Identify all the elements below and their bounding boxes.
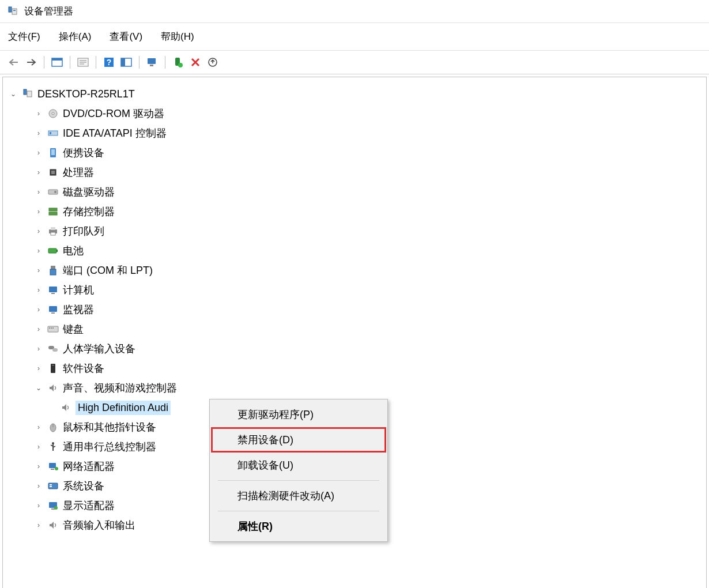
node-label: 音频输入和输出 [63, 518, 135, 532]
svg-rect-36 [56, 250, 58, 252]
expand-caret[interactable]: ⌄ [9, 90, 18, 98]
node-label: 通用串行总线控制器 [63, 440, 156, 454]
help-button[interactable]: ? [101, 54, 117, 70]
back-button[interactable] [6, 54, 22, 70]
svg-rect-30 [49, 208, 57, 211]
node-label: 电池 [63, 244, 84, 258]
tree-node-hid[interactable]: › 人体学输入设备 [34, 339, 700, 359]
expand-caret[interactable]: › [34, 188, 43, 196]
svg-rect-37 [51, 266, 55, 269]
tree-node-monitor[interactable]: › 监视器 [34, 300, 700, 319]
expand-caret[interactable]: › [34, 345, 43, 353]
monitor-icon [47, 303, 59, 316]
menubar: 文件(F) 操作(A) 查看(V) 帮助(H) [0, 23, 709, 51]
svg-rect-4 [52, 58, 62, 61]
audio-icon [47, 519, 59, 532]
menu-action[interactable]: 操作(A) [58, 28, 93, 46]
tree-node-computer[interactable]: › 计算机 [34, 280, 700, 300]
expand-caret[interactable]: › [34, 364, 43, 372]
tree-node-ports[interactable]: › 端口 (COM 和 LPT) [34, 261, 700, 280]
expand-caret[interactable]: › [34, 149, 43, 157]
expand-caret[interactable]: › [34, 502, 43, 510]
enable-button[interactable] [170, 54, 186, 70]
expand-caret[interactable]: › [34, 306, 43, 314]
expand-caret[interactable]: › [34, 462, 43, 470]
tree-node-storage[interactable]: › 存储控制器 [34, 202, 700, 221]
toolbar-separator [165, 56, 165, 69]
expand-caret[interactable]: › [34, 168, 43, 176]
svg-rect-23 [50, 132, 51, 134]
expand-caret[interactable]: › [34, 110, 43, 118]
svg-rect-60 [50, 486, 52, 487]
network-icon [47, 460, 59, 473]
expand-caret[interactable]: ⌄ [34, 384, 43, 392]
tree-node-software[interactable]: › 软件设备 [34, 359, 700, 378]
svg-rect-40 [51, 293, 55, 294]
tree-node-ide[interactable]: › IDE ATA/ATAPI 控制器 [34, 123, 700, 143]
node-label: 磁盘驱动器 [63, 185, 115, 199]
ctx-properties[interactable]: 属性(R) [211, 514, 386, 539]
svg-point-16 [178, 63, 183, 67]
update-driver-button[interactable] [205, 54, 221, 70]
svg-rect-50 [52, 365, 54, 365]
toolbar-separator [96, 56, 96, 69]
menu-help[interactable]: 帮助(H) [160, 28, 195, 46]
system-icon [47, 480, 59, 492]
ctx-disable-device[interactable]: 禁用设备(D) [211, 427, 386, 453]
expand-caret[interactable]: › [34, 325, 43, 333]
forward-button[interactable] [23, 54, 39, 70]
svg-rect-2 [13, 10, 16, 11]
svg-rect-42 [51, 312, 55, 314]
svg-rect-44 [49, 327, 50, 329]
tree-node-battery[interactable]: › 电池 [34, 241, 700, 261]
ctx-separator [218, 511, 379, 511]
expand-caret[interactable]: › [34, 129, 43, 137]
expand-caret[interactable]: › [34, 443, 43, 451]
expand-caret[interactable]: › [34, 286, 43, 294]
svg-rect-33 [51, 227, 55, 230]
svg-rect-27 [51, 171, 55, 174]
tree-node-sound[interactable]: ⌄ 声音、视频和游戏控制器 [34, 378, 700, 398]
tree-node-cpu[interactable]: › 处理器 [34, 163, 700, 182]
app-title: 设备管理器 [24, 5, 73, 18]
tree-node-keyboard[interactable]: › 键盘 [34, 319, 700, 339]
svg-rect-14 [150, 65, 153, 66]
node-label: 人体学输入设备 [63, 342, 135, 356]
expand-caret[interactable]: › [34, 423, 43, 431]
svg-point-29 [54, 191, 56, 193]
svg-rect-55 [49, 463, 56, 468]
menu-view[interactable]: 查看(V) [108, 28, 144, 46]
node-label: 系统设备 [63, 479, 104, 493]
usb-icon [47, 440, 59, 453]
svg-rect-62 [51, 508, 55, 510]
menu-file[interactable]: 文件(F) [7, 28, 42, 46]
portable-icon [47, 146, 59, 159]
svg-rect-56 [51, 469, 54, 470]
expand-caret[interactable]: › [34, 227, 43, 235]
ctx-scan-hardware[interactable]: 扫描检测硬件改动(A) [211, 483, 386, 508]
svg-point-57 [55, 467, 58, 470]
ctx-update-driver[interactable]: 更新驱动程序(P) [211, 402, 386, 427]
svg-rect-1 [12, 9, 17, 14]
properties-button[interactable] [75, 54, 91, 70]
tree-node-disk[interactable]: › 磁盘驱动器 [34, 182, 700, 202]
tree-node-dvd[interactable]: › DVD/CD-ROM 驱动器 [34, 104, 700, 123]
context-menu: 更新驱动程序(P) 禁用设备(D) 卸载设备(U) 扫描检测硬件改动(A) 属性… [209, 399, 388, 542]
expand-caret[interactable]: › [34, 247, 43, 255]
hid-icon [47, 342, 59, 355]
expand-caret[interactable]: › [34, 266, 43, 274]
show-hide-tree-button[interactable] [118, 54, 134, 70]
svg-rect-13 [148, 58, 156, 64]
expand-caret[interactable]: › [34, 208, 43, 216]
show-hide-console-button[interactable] [49, 54, 65, 70]
scan-hardware-button[interactable] [144, 54, 160, 70]
svg-rect-35 [48, 248, 56, 253]
tree-node-printer[interactable]: › 打印队列 [34, 221, 700, 241]
node-label: IDE ATA/ATAPI 控制器 [63, 126, 167, 140]
uninstall-button[interactable] [187, 54, 203, 70]
ctx-uninstall-device[interactable]: 卸载设备(U) [211, 453, 386, 478]
expand-caret[interactable]: › [34, 521, 43, 529]
tree-root[interactable]: ⌄ DESKTOP-R25RL1T [9, 84, 700, 104]
tree-node-portable[interactable]: › 便携设备 [34, 143, 700, 163]
expand-caret[interactable]: › [34, 482, 43, 490]
